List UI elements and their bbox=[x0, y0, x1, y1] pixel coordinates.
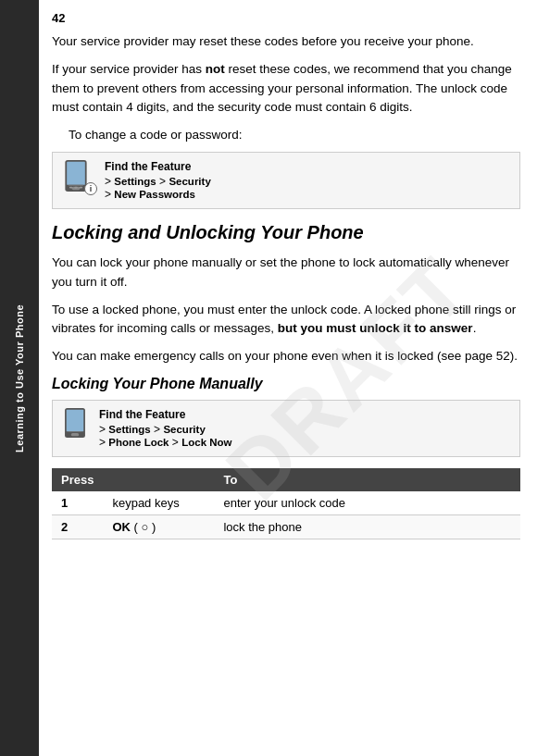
path2-1: Security bbox=[169, 176, 210, 187]
row1-press: keypad keys bbox=[103, 491, 214, 515]
sidebar: Learning to Use Your Phone bbox=[0, 0, 39, 756]
find-feature-box-2: Find the Feature > Settings > Security >… bbox=[52, 400, 520, 457]
main-content: DRAFT 42 Your service provider may reset… bbox=[39, 0, 537, 756]
table-row: 1 keypad keys enter your unlock code bbox=[52, 491, 520, 515]
p2-bold: not bbox=[206, 62, 225, 76]
arrow3-2: > bbox=[169, 436, 182, 449]
path2-2: Security bbox=[163, 424, 205, 435]
p5-bold: but you must unlock it to answer bbox=[278, 321, 473, 335]
arrow2-1: > bbox=[105, 188, 114, 201]
p2-text-start: If your service provider has bbox=[52, 62, 206, 76]
circle-sym: ○ bbox=[142, 520, 149, 534]
page-number: 42 bbox=[52, 11, 520, 25]
paragraph-5: To use a locked phone, you must enter th… bbox=[52, 301, 520, 339]
paren-open: ( bbox=[134, 520, 138, 534]
info-badge: i bbox=[84, 182, 97, 195]
svg-rect-1 bbox=[67, 162, 85, 185]
find-feature-path-2: > Settings > Security > Phone Lock > Loc… bbox=[99, 423, 510, 449]
arrow1-2: > bbox=[151, 423, 164, 436]
ok-btn: OK bbox=[112, 520, 131, 534]
find-feature-content-2: Find the Feature > Settings > Security >… bbox=[99, 408, 510, 449]
arrow1-1: > bbox=[156, 175, 169, 188]
table-header-col2-empty bbox=[103, 468, 214, 491]
find-feature-box-1: i Find the Feature > Settings > Security… bbox=[52, 152, 520, 209]
heading-1: Locking and Unlocking Your Phone bbox=[52, 220, 520, 244]
path4-2: Lock Now bbox=[181, 437, 231, 448]
row2-to: lock the phone bbox=[214, 514, 520, 539]
svg-rect-3 bbox=[69, 187, 73, 189]
paren-close: ) bbox=[152, 520, 156, 534]
paragraph-6: You can make emergency calls on your pho… bbox=[52, 347, 520, 366]
row1-num: 1 bbox=[52, 491, 103, 515]
paragraph-3: To change a code or password: bbox=[69, 126, 520, 144]
row2-num: 2 bbox=[52, 514, 103, 539]
find-feature-icon-2 bbox=[62, 408, 90, 436]
table-header-col1: Press bbox=[52, 468, 103, 491]
svg-rect-5 bbox=[80, 187, 83, 189]
find-feature-icon-1: i bbox=[62, 160, 95, 193]
find-feature-content-1: Find the Feature > Settings > Security >… bbox=[105, 160, 510, 201]
find-feature-label-2: Find the Feature bbox=[99, 408, 510, 421]
find-feature-path-1: > Settings > Security > New Passwords bbox=[105, 175, 510, 201]
path-prefix-1: > bbox=[105, 175, 114, 188]
paragraph-1: Your service provider may reset these co… bbox=[52, 32, 520, 51]
table-body: 1 keypad keys enter your unlock code 2 O… bbox=[52, 491, 520, 539]
p5-end: . bbox=[473, 321, 477, 335]
row2-press: OK ( ○ ) bbox=[103, 514, 214, 539]
table-row: 2 OK ( ○ ) lock the phone bbox=[52, 514, 520, 539]
press-table: Press To 1 keypad keys enter your unlock… bbox=[52, 468, 520, 539]
path1-2: Settings bbox=[108, 424, 150, 435]
table-header: Press To bbox=[52, 468, 520, 491]
path3-1: New Passwords bbox=[114, 189, 195, 200]
sidebar-label: Learning to Use Your Phone bbox=[14, 304, 25, 452]
paragraph-4: You can lock your phone manually or set … bbox=[52, 254, 520, 291]
svg-rect-6 bbox=[69, 185, 83, 186]
heading-2: Locking Your Phone Manually bbox=[52, 376, 520, 392]
phone-icon-2 bbox=[62, 408, 88, 438]
path3-2: Phone Lock bbox=[108, 437, 169, 448]
svg-rect-9 bbox=[71, 432, 79, 435]
row1-to: enter your unlock code bbox=[214, 491, 520, 515]
svg-rect-8 bbox=[67, 409, 84, 431]
find-feature-label-1: Find the Feature bbox=[105, 160, 510, 173]
svg-rect-10 bbox=[68, 431, 81, 432]
path-prefix-2: > bbox=[99, 423, 108, 436]
table-header-col3: To bbox=[214, 468, 520, 491]
paragraph-2: If your service provider has not reset t… bbox=[52, 60, 520, 117]
svg-rect-4 bbox=[74, 187, 78, 189]
path1-1: Settings bbox=[114, 176, 156, 187]
arrow2-2: > bbox=[99, 436, 108, 449]
